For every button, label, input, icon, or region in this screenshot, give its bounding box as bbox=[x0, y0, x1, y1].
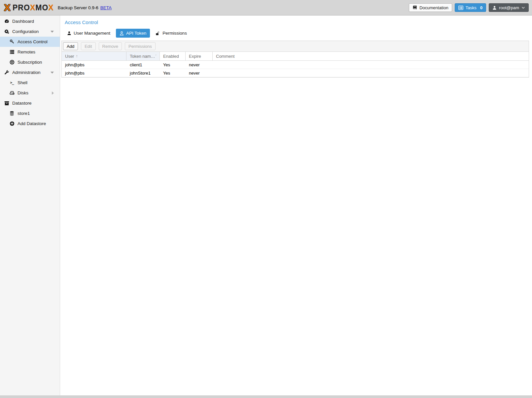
proxmox-x-logo-icon: X bbox=[4, 3, 11, 13]
database-icon bbox=[9, 111, 15, 116]
documentation-label: Documentation bbox=[419, 5, 448, 10]
tab-api-token[interactable]: API Token bbox=[116, 29, 150, 38]
tab-user-management[interactable]: User Management bbox=[63, 29, 114, 38]
sidebar-item-shell[interactable]: >_ Shell bbox=[0, 78, 60, 88]
cell-user: john@pbs bbox=[62, 61, 126, 69]
chevron-down-icon[interactable] bbox=[51, 31, 54, 33]
tasks-count-badge: 0 bbox=[480, 5, 482, 10]
sidebar-item-label: store1 bbox=[18, 111, 30, 116]
sidebar-item-add-datastore[interactable]: Add Datastore bbox=[0, 118, 60, 129]
sidebar-item-label: Shell bbox=[18, 80, 27, 85]
tab-permissions[interactable]: Permissions bbox=[152, 29, 191, 38]
sidebar-item-datastore[interactable]: Datastore bbox=[0, 98, 60, 108]
cell-comment bbox=[213, 61, 529, 69]
tab-label: Permissions bbox=[162, 31, 187, 36]
sidebar-item-label: Administration bbox=[12, 70, 41, 75]
chevron-right-icon[interactable] bbox=[52, 91, 54, 95]
remotes-icon bbox=[9, 50, 15, 55]
terminal-icon: >_ bbox=[9, 80, 15, 85]
tab-label: API Token bbox=[126, 31, 146, 36]
unlock-icon bbox=[156, 31, 160, 36]
sidebar-item-configuration[interactable]: Configuration bbox=[0, 26, 60, 37]
column-header-expire[interactable]: Expire bbox=[186, 52, 213, 60]
user-icon bbox=[67, 31, 71, 35]
documentation-button[interactable]: Documentation bbox=[409, 3, 452, 12]
page-title: Access Control bbox=[60, 16, 532, 25]
sidebar-item-label: Dashboard bbox=[12, 19, 34, 24]
main-content: Access Control User Management API Token… bbox=[60, 16, 532, 395]
sidebar-item-remotes[interactable]: Remotes bbox=[0, 47, 60, 57]
proxmox-logo: X PROXMOX bbox=[4, 3, 54, 13]
toolbar: Add Edit Remove Permissions bbox=[62, 41, 529, 51]
sidebar-item-label: Datastore bbox=[12, 101, 32, 106]
app-version-text: Backup Server 0.9-6 bbox=[58, 5, 98, 10]
tasks-label: Tasks bbox=[466, 5, 477, 10]
sidebar-item-access-control[interactable]: Access Control bbox=[0, 37, 60, 47]
column-header-token-name[interactable]: Token nam… bbox=[126, 52, 160, 60]
dashboard-icon bbox=[4, 19, 9, 24]
permissions-button: Permissions bbox=[125, 42, 156, 50]
book-icon bbox=[412, 5, 417, 10]
gears-icon bbox=[4, 29, 9, 34]
task-list-icon bbox=[458, 6, 463, 10]
table-row[interactable]: john@pbs johnStore1 Yes never bbox=[62, 69, 529, 77]
tab-label: User Management bbox=[74, 31, 110, 36]
cell-enabled: Yes bbox=[160, 61, 186, 69]
sidebar-item-disks[interactable]: Disks bbox=[0, 88, 60, 98]
table-row[interactable]: john@pbs client1 Yes never bbox=[62, 61, 529, 69]
remove-button: Remove bbox=[99, 42, 122, 50]
cell-expire: never bbox=[186, 61, 213, 69]
chevron-down-icon[interactable] bbox=[51, 72, 54, 74]
sidebar-item-store1[interactable]: store1 bbox=[0, 108, 60, 118]
cell-expire: never bbox=[186, 69, 213, 77]
sidebar: Dashboard Configuration Access Control R… bbox=[0, 16, 60, 395]
plus-circle-icon bbox=[9, 121, 15, 126]
column-header-enabled[interactable]: Enabled bbox=[160, 52, 186, 60]
tasks-button[interactable]: Tasks 0 bbox=[455, 3, 486, 12]
tabbar: User Management API Token Permissions bbox=[63, 29, 532, 38]
sidebar-item-dashboard[interactable]: Dashboard bbox=[0, 16, 60, 26]
table-header: User ↑ Token nam… Enabled Expire Comment bbox=[62, 51, 529, 61]
column-header-user[interactable]: User ↑ bbox=[62, 52, 126, 60]
edit-button: Edit bbox=[81, 42, 95, 50]
cell-user: john@pbs bbox=[62, 69, 126, 77]
cell-comment bbox=[213, 69, 529, 77]
user-outline-icon bbox=[120, 31, 124, 36]
cell-enabled: Yes bbox=[160, 69, 186, 77]
api-token-panel: Add Edit Remove Permissions User ↑ Token… bbox=[61, 41, 529, 78]
beta-link[interactable]: BETA bbox=[100, 5, 112, 10]
cell-token-name: client1 bbox=[126, 61, 160, 69]
sidebar-item-label: Subscription bbox=[18, 60, 42, 65]
sidebar-item-label: Add Datastore bbox=[18, 121, 46, 126]
add-button[interactable]: Add bbox=[63, 42, 78, 50]
brand-wordmark: PROXMOX bbox=[13, 4, 54, 12]
sidebar-item-label: Disks bbox=[18, 90, 28, 95]
chevron-down-icon bbox=[521, 7, 525, 9]
hdd-icon bbox=[9, 90, 15, 96]
lifering-icon bbox=[9, 60, 15, 65]
sort-asc-icon: ↑ bbox=[76, 54, 78, 58]
wrench-icon bbox=[4, 70, 9, 75]
user-icon bbox=[492, 6, 497, 10]
app-header: X PROXMOX Backup Server 0.9-6 BETA Docum… bbox=[0, 0, 532, 16]
column-header-comment[interactable]: Comment bbox=[213, 52, 529, 60]
sidebar-item-subscription[interactable]: Subscription bbox=[0, 57, 60, 67]
cell-token-name: johnStore1 bbox=[126, 69, 160, 77]
sidebar-item-administration[interactable]: Administration bbox=[0, 67, 60, 78]
sidebar-item-label: Access Control bbox=[18, 39, 48, 44]
user-menu-button[interactable]: root@pam bbox=[489, 3, 529, 12]
user-menu-label: root@pam bbox=[499, 5, 519, 10]
sort-asc-clipped-icon bbox=[156, 54, 156, 55]
sidebar-item-label: Remotes bbox=[18, 50, 35, 54]
sidebar-item-label: Configuration bbox=[12, 29, 39, 34]
archive-icon bbox=[4, 101, 9, 106]
key-icon bbox=[9, 39, 15, 45]
